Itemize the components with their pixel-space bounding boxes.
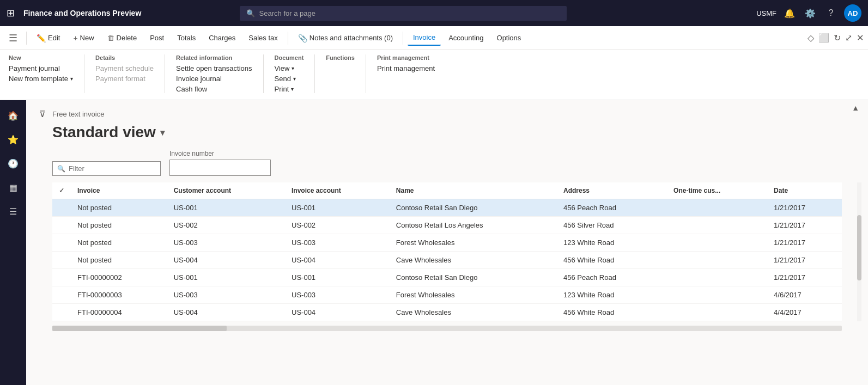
sidebar-modules-icon[interactable]: ☰ xyxy=(2,200,24,222)
col-address: Address xyxy=(557,182,667,199)
check-all-icon[interactable]: ✓ xyxy=(59,187,64,194)
filter-input-container[interactable]: 🔍 xyxy=(52,161,161,176)
edit-button[interactable]: ✏️ Edit xyxy=(31,30,65,46)
invoice-cell[interactable]: Not posted xyxy=(71,252,167,269)
date-cell: 1/21/2017 xyxy=(767,199,842,217)
ribbon-group-print-mgmt-items: Print management xyxy=(377,64,435,72)
view-item[interactable]: View ▾ xyxy=(275,64,304,72)
accounting-button[interactable]: Accounting xyxy=(443,30,489,45)
send-item[interactable]: Send ▾ xyxy=(275,75,304,83)
filter-icon[interactable]: ⊽ xyxy=(39,109,46,119)
payment-journal-item[interactable]: Payment journal xyxy=(9,64,73,72)
col-check: ✓ xyxy=(52,182,71,199)
notes-button[interactable]: 📎 Notes and attachments (0) xyxy=(293,30,398,46)
sidebar: 🏠 ⭐ 🕐 ▦ ☰ xyxy=(0,100,26,385)
date-cell: 1/21/2017 xyxy=(767,217,842,234)
scrollbar-track[interactable] xyxy=(857,182,861,321)
totals-button[interactable]: Totals xyxy=(172,30,201,45)
invoice-cell[interactable]: Not posted xyxy=(71,234,167,252)
ribbon-group-document-title: Document xyxy=(275,54,304,61)
invoice-cell[interactable]: FTI-00000003 xyxy=(71,286,167,304)
col-date: Date xyxy=(767,182,842,199)
table-body: Not postedUS-001US-001Contoso Retail San… xyxy=(52,199,842,321)
close-icon[interactable]: ✕ xyxy=(857,33,864,43)
ribbon-group-details-items: Payment schedule Payment format xyxy=(95,64,154,83)
avatar[interactable]: AD xyxy=(844,4,861,22)
search-bar[interactable]: 🔍 xyxy=(240,6,567,21)
invoice-cell[interactable]: FTI-00000004 xyxy=(71,304,167,321)
hamburger-menu-icon[interactable]: ☰ xyxy=(4,29,22,47)
sidebar-workspaces-icon[interactable]: ▦ xyxy=(2,176,24,198)
invoice-account-cell: US-004 xyxy=(285,252,390,269)
detach-icon[interactable]: ⤢ xyxy=(845,33,852,43)
accounting-label: Accounting xyxy=(448,34,483,42)
address-cell: 456 White Road xyxy=(557,304,667,321)
print-item[interactable]: Print ▾ xyxy=(275,85,304,93)
new-from-template-item[interactable]: New from template ▾ xyxy=(9,75,73,83)
settle-open-item[interactable]: Settle open transactions xyxy=(176,64,252,72)
post-label: Post xyxy=(150,34,164,42)
table-row[interactable]: Not postedUS-002US-002Contoso Retail Los… xyxy=(52,217,842,234)
one-time-cell xyxy=(667,304,767,321)
date-cell: 4/6/2017 xyxy=(767,286,842,304)
sidebar-recent-icon[interactable]: 🕐 xyxy=(2,152,24,174)
new-label: New xyxy=(80,34,94,42)
table-row[interactable]: Not postedUS-001US-001Contoso Retail San… xyxy=(52,199,842,217)
delete-label: Delete xyxy=(117,34,137,42)
invoice-cell[interactable]: Not posted xyxy=(71,199,167,217)
address-cell: 456 Peach Road xyxy=(557,269,667,286)
name-cell[interactable]: Contoso Retail San Diego xyxy=(390,199,557,217)
invoice-journal-item[interactable]: Invoice journal xyxy=(176,75,252,83)
table-row[interactable]: FTI-00000002US-001US-001Contoso Retail S… xyxy=(52,269,842,286)
table-row[interactable]: FTI-00000004US-004US-004Cave Wholesales4… xyxy=(52,304,842,321)
new-button[interactable]: + New xyxy=(68,30,99,46)
horizontal-scrollbar[interactable] xyxy=(52,326,842,331)
name-cell: Contoso Retail Los Angeles xyxy=(390,217,557,234)
customer-account-cell[interactable]: US-001 xyxy=(167,199,285,217)
invoice-cell[interactable]: Not posted xyxy=(71,217,167,234)
post-button[interactable]: Post xyxy=(144,30,169,45)
settings-icon[interactable]: ⚙️ xyxy=(803,5,818,21)
view-title[interactable]: Standard view ▾ xyxy=(52,124,855,141)
ribbon: New Payment journal New from template ▾ … xyxy=(0,50,868,100)
one-time-cell xyxy=(667,234,767,252)
invoice-account-cell: US-002 xyxy=(285,217,390,234)
table-row[interactable]: FTI-00000003US-003US-003Forest Wholesale… xyxy=(52,286,842,304)
delete-button[interactable]: 🗑 Delete xyxy=(102,30,143,45)
invoice-account-cell[interactable]: US-001 xyxy=(285,199,390,217)
divider-1 xyxy=(26,32,27,45)
split-icon[interactable]: ⬜ xyxy=(818,33,829,43)
charges-button[interactable]: Charges xyxy=(203,30,241,45)
filter-input[interactable] xyxy=(69,164,156,173)
customer-account-cell: US-002 xyxy=(167,217,285,234)
date-cell: 1/21/2017 xyxy=(767,269,842,286)
sidebar-favorites-icon[interactable]: ⭐ xyxy=(2,129,24,150)
search-input[interactable] xyxy=(259,9,560,17)
invoice-cell[interactable]: FTI-00000002 xyxy=(71,269,167,286)
cash-flow-item[interactable]: Cash flow xyxy=(176,85,252,93)
diamond-icon[interactable]: ◇ xyxy=(808,33,814,43)
org-label: USMF xyxy=(756,9,776,17)
notification-icon[interactable]: 🔔 xyxy=(782,5,797,21)
ribbon-collapse-button[interactable]: ▲ xyxy=(852,103,859,112)
ribbon-group-new-title: New xyxy=(9,54,73,61)
options-button[interactable]: Options xyxy=(491,30,527,45)
address-cell: 456 Silver Road xyxy=(557,217,667,234)
app-grid-icon[interactable]: ⊞ xyxy=(7,7,15,19)
horizontal-thumb[interactable] xyxy=(52,326,227,331)
refresh-icon[interactable]: ↻ xyxy=(834,33,841,43)
print-management-item[interactable]: Print management xyxy=(377,64,435,72)
sidebar-home-icon[interactable]: 🏠 xyxy=(2,105,24,126)
table-row[interactable]: Not postedUS-003US-003Forest Wholesales1… xyxy=(52,234,842,252)
help-icon[interactable]: ? xyxy=(823,5,839,21)
table-row[interactable]: Not postedUS-004US-004Cave Wholesales456… xyxy=(52,252,842,269)
view-dropdown-icon: ▾ xyxy=(292,65,294,71)
salestax-button[interactable]: Sales tax xyxy=(243,30,283,45)
scrollbar-thumb[interactable] xyxy=(857,215,861,280)
address-cell: 456 White Road xyxy=(557,252,667,269)
col-customer: Customer account xyxy=(167,182,285,199)
invoice-tab[interactable]: Invoice xyxy=(408,30,441,46)
row-check-cell xyxy=(52,217,71,234)
invoice-number-input[interactable] xyxy=(169,160,271,176)
filter-row: 🔍 Invoice number xyxy=(52,150,855,176)
